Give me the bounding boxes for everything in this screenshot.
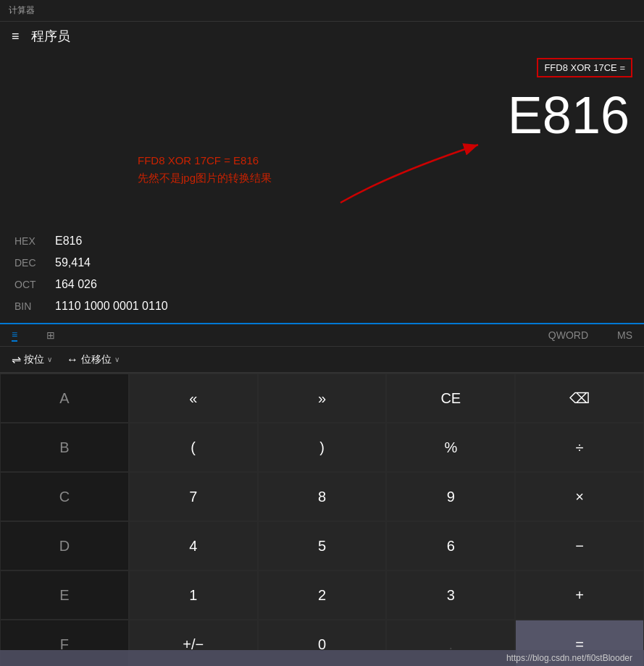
key-7[interactable]: 7 — [129, 472, 258, 521]
key-minus[interactable]: − — [515, 521, 644, 570]
mode-bar: ≡ ⊞ QWORD MS — [0, 323, 644, 347]
app-title: 程序员 — [31, 28, 70, 45]
key-1[interactable]: 1 — [129, 570, 258, 620]
key-rshift[interactable]: » — [258, 374, 387, 423]
shift-chevron: ∨ — [114, 355, 120, 363]
key-6[interactable]: 6 — [386, 521, 515, 570]
bit-mode-bar: ⇌ 按位 ∨ ↔ 位移位 ∨ — [0, 347, 644, 373]
key-c[interactable]: C — [0, 472, 129, 521]
hamburger-icon[interactable]: ≡ — [12, 29, 20, 44]
rep-label: BIN — [14, 300, 41, 312]
key-backspace[interactable]: ⌫ — [515, 374, 644, 423]
shift-icon: ↔ — [67, 353, 78, 366]
app-name: 计算器 — [9, 5, 35, 15]
key-ce[interactable]: CE — [386, 374, 515, 423]
key-rparen[interactable]: ) — [258, 423, 387, 472]
key-divide[interactable]: ÷ — [515, 423, 644, 472]
key-plus[interactable]: + — [515, 570, 644, 620]
bitwise-label: 按位 — [24, 353, 44, 366]
mode-icon1[interactable]: ≡ — [12, 329, 17, 342]
key-3[interactable]: 3 — [386, 570, 515, 620]
key-9[interactable]: 9 — [386, 472, 515, 521]
rep-label: HEX — [14, 235, 41, 247]
key-lshift[interactable]: « — [129, 374, 258, 423]
annotation-line2: 先然不是jpg图片的转换结果 — [138, 169, 272, 187]
ms-label[interactable]: MS — [617, 329, 632, 341]
key-2[interactable]: 2 — [258, 570, 387, 620]
arrow-svg — [333, 130, 580, 232]
rep-value: E816 — [55, 235, 82, 248]
key-lparen[interactable]: ( — [129, 423, 258, 472]
key-percent[interactable]: % — [386, 423, 515, 472]
status-bar: https://blog.csdn.net/fi0stBlooder — [0, 650, 644, 666]
shift-mode[interactable]: ↔ 位移位 ∨ — [67, 353, 120, 366]
shift-label: 位移位 — [81, 353, 112, 366]
bitwise-chevron: ∨ — [47, 355, 52, 363]
rep-row-dec: DEC 59,414 — [14, 252, 630, 274]
key-4[interactable]: 4 — [129, 521, 258, 570]
rep-row-oct: OCT 164 026 — [14, 274, 630, 295]
rep-label: DEC — [14, 257, 41, 269]
header: ≡ 程序员 — [0, 22, 644, 51]
rep-row-bin: BIN 1110 1000 0001 0110 — [14, 295, 630, 317]
annotation-box: FFD8 XOR 17CE = — [537, 58, 632, 77]
key-a[interactable]: A — [0, 374, 129, 423]
key-d[interactable]: D — [0, 521, 129, 570]
main-result: E816 — [508, 85, 630, 145]
key-8[interactable]: 8 — [258, 472, 387, 521]
keyboard: A«»CE⌫B()%÷C789×D456−E123+F+/−0.= — [0, 373, 644, 666]
rep-row-hex: HEX E816 — [14, 230, 630, 252]
qword-label[interactable]: QWORD — [548, 329, 588, 341]
arrow-annotation: FFD8 XOR 17CF = E816 先然不是jpg图片的转换结果 — [138, 152, 272, 187]
key-5[interactable]: 5 — [258, 521, 387, 570]
rep-label: OCT — [14, 279, 41, 290]
bitwise-mode[interactable]: ⇌ 按位 ∨ — [12, 353, 52, 366]
status-url: https://blog.csdn.net/fi0stBlooder — [506, 653, 632, 663]
title-bar: 计算器 — [0, 0, 644, 22]
key-multiply[interactable]: × — [515, 472, 644, 521]
rep-value: 164 026 — [55, 278, 97, 291]
rep-value: 1110 1000 0001 0110 — [55, 300, 168, 313]
display-area: FFD8 XOR 17CE = E816 FFD8 XOR 17CF = E81… — [0, 51, 644, 217]
key-b[interactable]: B — [0, 423, 129, 472]
number-reps: HEX E816 DEC 59,414 OCT 164 026 BIN 1110… — [0, 224, 644, 323]
bitwise-icon: ⇌ — [12, 353, 21, 366]
mode-icon2[interactable]: ⊞ — [46, 329, 55, 341]
annotation-line1: FFD8 XOR 17CF = E816 — [138, 152, 272, 169]
key-e[interactable]: E — [0, 570, 129, 620]
rep-value: 59,414 — [55, 256, 91, 269]
